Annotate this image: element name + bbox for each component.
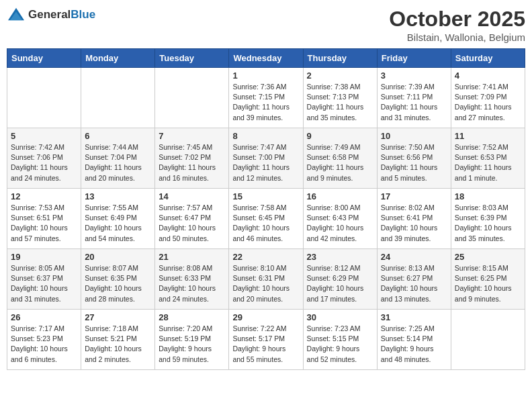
calendar-cell: 26Sunrise: 7:17 AM Sunset: 5:23 PM Dayli… — [7, 310, 81, 370]
calendar-cell: 8Sunrise: 7:47 AM Sunset: 7:00 PM Daylig… — [229, 128, 303, 189]
calendar-cell: 7Sunrise: 7:45 AM Sunset: 7:02 PM Daylig… — [155, 128, 229, 189]
calendar-cell: 28Sunrise: 7:20 AM Sunset: 5:19 PM Dayli… — [155, 310, 229, 370]
day-info: Sunrise: 7:45 AM Sunset: 7:02 PM Dayligh… — [159, 142, 225, 183]
day-info: Sunrise: 7:49 AM Sunset: 6:58 PM Dayligh… — [307, 142, 373, 183]
day-number: 5 — [11, 131, 77, 141]
day-number: 1 — [232, 71, 299, 81]
calendar-cell: 20Sunrise: 8:07 AM Sunset: 6:35 PM Dayli… — [81, 249, 155, 310]
calendar-cell: 2Sunrise: 7:38 AM Sunset: 7:13 PM Daylig… — [303, 68, 377, 128]
header-tuesday: Tuesday — [155, 49, 229, 68]
day-info: Sunrise: 8:05 AM Sunset: 6:37 PM Dayligh… — [11, 263, 77, 304]
calendar-week-1: 1Sunrise: 7:36 AM Sunset: 7:15 PM Daylig… — [7, 68, 525, 128]
weekday-header-row: Sunday Monday Tuesday Wednesday Thursday… — [7, 49, 525, 68]
calendar-cell — [451, 310, 525, 370]
day-number: 19 — [11, 252, 77, 262]
day-info: Sunrise: 7:25 AM Sunset: 5:14 PM Dayligh… — [381, 324, 447, 365]
day-number: 7 — [159, 131, 225, 141]
day-number: 30 — [307, 312, 373, 322]
day-number: 14 — [159, 191, 225, 201]
day-number: 18 — [455, 191, 521, 201]
day-info: Sunrise: 7:55 AM Sunset: 6:49 PM Dayligh… — [85, 203, 151, 244]
calendar-week-3: 12Sunrise: 7:53 AM Sunset: 6:51 PM Dayli… — [7, 189, 525, 249]
day-info: Sunrise: 7:38 AM Sunset: 7:13 PM Dayligh… — [307, 82, 373, 123]
day-number: 12 — [11, 191, 77, 201]
calendar-cell: 12Sunrise: 7:53 AM Sunset: 6:51 PM Dayli… — [7, 189, 81, 249]
calendar-cell: 9Sunrise: 7:49 AM Sunset: 6:58 PM Daylig… — [303, 128, 377, 189]
logo-blue-text: Blue — [71, 8, 95, 21]
calendar-cell: 19Sunrise: 8:05 AM Sunset: 6:37 PM Dayli… — [7, 249, 81, 310]
calendar-cell: 15Sunrise: 7:58 AM Sunset: 6:45 PM Dayli… — [229, 189, 303, 249]
calendar-cell — [81, 68, 155, 128]
calendar-cell: 17Sunrise: 8:02 AM Sunset: 6:41 PM Dayli… — [377, 189, 451, 249]
day-number: 24 — [381, 252, 447, 262]
day-number: 16 — [307, 191, 373, 201]
calendar-week-4: 19Sunrise: 8:05 AM Sunset: 6:37 PM Dayli… — [7, 249, 525, 310]
calendar-cell — [7, 68, 81, 128]
calendar-table: Sunday Monday Tuesday Wednesday Thursday… — [7, 48, 525, 370]
calendar-cell: 1Sunrise: 7:36 AM Sunset: 7:15 PM Daylig… — [229, 68, 303, 128]
day-info: Sunrise: 7:23 AM Sunset: 5:15 PM Dayligh… — [307, 324, 373, 365]
day-number: 31 — [381, 312, 447, 322]
day-info: Sunrise: 7:44 AM Sunset: 7:04 PM Dayligh… — [85, 142, 151, 183]
day-number: 6 — [85, 131, 151, 141]
day-number: 27 — [85, 312, 151, 322]
calendar-cell — [155, 68, 229, 128]
day-info: Sunrise: 8:03 AM Sunset: 6:39 PM Dayligh… — [455, 203, 521, 244]
logo-icon — [7, 7, 26, 23]
calendar-cell: 3Sunrise: 7:39 AM Sunset: 7:11 PM Daylig… — [377, 68, 451, 128]
day-info: Sunrise: 7:47 AM Sunset: 7:00 PM Dayligh… — [232, 142, 299, 183]
logo-general-text: General — [28, 8, 71, 21]
header-monday: Monday — [81, 49, 155, 68]
header-saturday: Saturday — [451, 49, 525, 68]
day-info: Sunrise: 8:13 AM Sunset: 6:27 PM Dayligh… — [381, 263, 447, 304]
header-thursday: Thursday — [303, 49, 377, 68]
day-number: 3 — [381, 71, 447, 81]
calendar-cell: 18Sunrise: 8:03 AM Sunset: 6:39 PM Dayli… — [451, 189, 525, 249]
header-wednesday: Wednesday — [229, 49, 303, 68]
day-number: 25 — [455, 252, 521, 262]
title-block: October 2025 Bilstain, Wallonia, Belgium — [389, 7, 525, 43]
day-number: 10 — [381, 131, 447, 141]
day-info: Sunrise: 7:20 AM Sunset: 5:19 PM Dayligh… — [159, 324, 225, 365]
day-info: Sunrise: 7:53 AM Sunset: 6:51 PM Dayligh… — [11, 203, 77, 244]
day-info: Sunrise: 7:22 AM Sunset: 5:17 PM Dayligh… — [232, 324, 299, 365]
logo: GeneralBlue — [7, 7, 95, 23]
day-number: 4 — [455, 71, 521, 81]
calendar-cell: 21Sunrise: 8:08 AM Sunset: 6:33 PM Dayli… — [155, 249, 229, 310]
day-number: 8 — [232, 131, 299, 141]
day-info: Sunrise: 8:07 AM Sunset: 6:35 PM Dayligh… — [85, 263, 151, 304]
day-info: Sunrise: 8:10 AM Sunset: 6:31 PM Dayligh… — [232, 263, 299, 304]
day-number: 9 — [307, 131, 373, 141]
calendar-cell: 25Sunrise: 8:15 AM Sunset: 6:25 PM Dayli… — [451, 249, 525, 310]
day-number: 21 — [159, 252, 225, 262]
calendar-cell: 29Sunrise: 7:22 AM Sunset: 5:17 PM Dayli… — [229, 310, 303, 370]
day-info: Sunrise: 7:18 AM Sunset: 5:21 PM Dayligh… — [85, 324, 151, 365]
header-friday: Friday — [377, 49, 451, 68]
day-number: 2 — [307, 71, 373, 81]
calendar-cell: 6Sunrise: 7:44 AM Sunset: 7:04 PM Daylig… — [81, 128, 155, 189]
calendar-week-5: 26Sunrise: 7:17 AM Sunset: 5:23 PM Dayli… — [7, 310, 525, 370]
day-info: Sunrise: 7:58 AM Sunset: 6:45 PM Dayligh… — [232, 203, 299, 244]
calendar-cell: 4Sunrise: 7:41 AM Sunset: 7:09 PM Daylig… — [451, 68, 525, 128]
day-number: 13 — [85, 191, 151, 201]
day-number: 15 — [232, 191, 299, 201]
day-number: 29 — [232, 312, 299, 322]
day-number: 17 — [381, 191, 447, 201]
calendar-cell: 24Sunrise: 8:13 AM Sunset: 6:27 PM Dayli… — [377, 249, 451, 310]
day-info: Sunrise: 8:00 AM Sunset: 6:43 PM Dayligh… — [307, 203, 373, 244]
day-info: Sunrise: 7:42 AM Sunset: 7:06 PM Dayligh… — [11, 142, 77, 183]
calendar-cell: 27Sunrise: 7:18 AM Sunset: 5:21 PM Dayli… — [81, 310, 155, 370]
day-number: 22 — [232, 252, 299, 262]
day-info: Sunrise: 7:50 AM Sunset: 6:56 PM Dayligh… — [381, 142, 447, 183]
calendar-cell: 23Sunrise: 8:12 AM Sunset: 6:29 PM Dayli… — [303, 249, 377, 310]
page-header: GeneralBlue October 2025 Bilstain, Wallo… — [7, 7, 525, 43]
calendar-cell: 16Sunrise: 8:00 AM Sunset: 6:43 PM Dayli… — [303, 189, 377, 249]
calendar-cell: 11Sunrise: 7:52 AM Sunset: 6:53 PM Dayli… — [451, 128, 525, 189]
month-title: October 2025 — [389, 7, 525, 32]
calendar-cell: 10Sunrise: 7:50 AM Sunset: 6:56 PM Dayli… — [377, 128, 451, 189]
calendar-cell: 13Sunrise: 7:55 AM Sunset: 6:49 PM Dayli… — [81, 189, 155, 249]
header-sunday: Sunday — [7, 49, 81, 68]
calendar-cell: 14Sunrise: 7:57 AM Sunset: 6:47 PM Dayli… — [155, 189, 229, 249]
calendar-cell: 30Sunrise: 7:23 AM Sunset: 5:15 PM Dayli… — [303, 310, 377, 370]
calendar-week-2: 5Sunrise: 7:42 AM Sunset: 7:06 PM Daylig… — [7, 128, 525, 189]
